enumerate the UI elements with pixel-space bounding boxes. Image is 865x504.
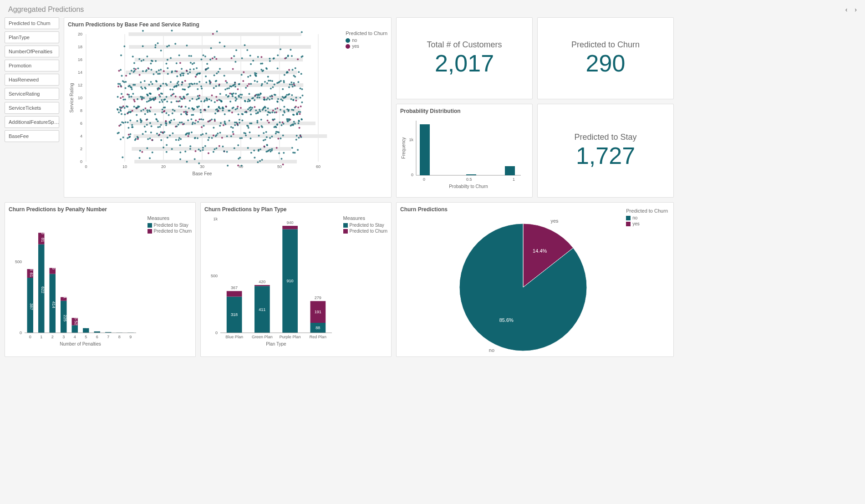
svg-point-281 [155, 118, 157, 120]
svg-point-307 [209, 119, 211, 121]
svg-point-185 [243, 132, 245, 134]
svg-rect-985 [83, 328, 89, 333]
svg-point-256 [288, 118, 290, 120]
svg-point-870 [215, 58, 217, 60]
svg-point-672 [238, 83, 240, 85]
svg-point-429 [298, 111, 300, 113]
filter-plantype[interactable]: PlanType [5, 31, 59, 43]
svg-text:4: 4 [80, 134, 82, 138]
svg-point-482 [122, 106, 124, 107]
svg-point-937 [171, 30, 173, 31]
svg-point-324 [265, 110, 267, 112]
svg-point-471 [144, 107, 146, 109]
penalty-chart-card[interactable]: Churn Predictions by Penalty Number Meas… [5, 202, 196, 357]
svg-point-268 [229, 120, 230, 122]
svg-point-719 [215, 85, 217, 87]
svg-point-308 [200, 118, 202, 120]
svg-point-789 [139, 74, 141, 76]
filter-promotion[interactable]: Promotion [5, 60, 59, 71]
svg-point-146 [151, 139, 153, 141]
svg-point-925 [246, 49, 248, 51]
svg-point-527 [267, 97, 269, 99]
filter-predicted-to-churn[interactable]: Predicted to Churn [5, 17, 59, 29]
svg-point-86 [276, 147, 278, 149]
svg-point-409 [272, 110, 274, 112]
svg-point-299 [267, 120, 269, 122]
svg-point-63 [152, 152, 153, 153]
svg-point-180 [180, 138, 182, 140]
svg-point-872 [249, 55, 251, 56]
kpi-predicted-churn[interactable]: Predicted to Churn 290 [537, 17, 674, 99]
svg-point-57 [202, 147, 204, 148]
svg-point-831 [171, 71, 173, 72]
nav-next-icon[interactable]: › [855, 6, 857, 13]
svg-point-177 [149, 137, 151, 139]
svg-text:0.5: 0.5 [466, 177, 472, 182]
svg-point-164 [239, 137, 241, 139]
svg-point-202 [256, 122, 258, 123]
svg-point-477 [140, 110, 142, 112]
svg-point-78 [213, 151, 214, 153]
svg-point-197 [147, 138, 149, 140]
svg-point-702 [209, 83, 211, 85]
filter-servicerating[interactable]: ServiceRating [5, 88, 59, 100]
svg-text:0: 0 [85, 164, 87, 169]
svg-point-649 [125, 81, 127, 83]
svg-point-44 [241, 165, 243, 167]
svg-point-410 [235, 108, 237, 110]
svg-point-62 [189, 148, 191, 150]
svg-point-432 [282, 114, 284, 116]
pie-chart-card[interactable]: Churn Predictions Predicted to Churn no … [396, 202, 674, 357]
svg-point-801 [146, 69, 148, 71]
svg-point-228 [146, 118, 148, 120]
svg-text:52: 52 [74, 321, 78, 325]
svg-point-323 [136, 120, 138, 122]
svg-point-189 [156, 133, 158, 135]
svg-text:Purple Plan: Purple Plan [280, 335, 301, 339]
svg-point-615 [229, 101, 231, 102]
square-icon [148, 223, 152, 228]
svg-point-350 [297, 107, 299, 108]
filter-hasrenewed[interactable]: HasRenewed [5, 74, 59, 86]
svg-text:Blue Plan: Blue Plan [225, 335, 243, 339]
svg-text:10: 10 [78, 96, 82, 100]
svg-point-174 [207, 139, 209, 141]
plantype-chart-svg: 05001k318367Blue Plan411420Green Plan910… [204, 214, 387, 351]
svg-point-516 [131, 96, 132, 97]
prob-dist-card[interactable]: Probability Distribution 0 0.5 1 1k 0 Pr… [396, 104, 533, 198]
svg-point-206 [151, 125, 153, 127]
svg-text:34: 34 [85, 324, 90, 328]
filter-additionalfeaturesp[interactable]: AdditionalFeatureSp… [5, 116, 59, 128]
kpi-total-customers[interactable]: Total # of Customers 2,017 [396, 17, 533, 99]
svg-point-424 [129, 112, 131, 113]
svg-point-41 [282, 163, 284, 165]
svg-text:18: 18 [78, 45, 82, 49]
filter-numberofpenalties[interactable]: NumberOfPenalties [5, 46, 59, 57]
svg-point-602 [183, 97, 185, 98]
svg-point-757 [188, 83, 190, 85]
svg-point-856 [198, 73, 200, 75]
kpi-predicted-stay[interactable]: Predicted to Stay 1,727 [537, 104, 674, 198]
svg-point-248 [232, 127, 234, 129]
svg-point-275 [149, 122, 151, 124]
svg-point-190 [162, 132, 163, 133]
scatter-chart-card[interactable]: Churn Predictions by Base Fee and Servic… [64, 17, 392, 198]
svg-point-620 [271, 95, 273, 97]
svg-point-94 [146, 147, 148, 149]
svg-point-898 [120, 55, 122, 56]
svg-rect-980 [72, 325, 78, 333]
svg-point-893 [269, 58, 270, 60]
svg-point-192 [265, 139, 266, 141]
svg-point-704 [140, 81, 142, 83]
svg-point-68 [141, 151, 143, 153]
svg-point-181 [282, 135, 284, 137]
svg-point-573 [197, 95, 199, 97]
plantype-chart-card[interactable]: Churn Predictions by Plan Type Measures … [200, 202, 392, 357]
svg-point-902 [179, 62, 181, 64]
filter-basefee[interactable]: BaseFee [5, 130, 59, 142]
svg-text:20: 20 [78, 32, 82, 36]
svg-point-818 [218, 71, 219, 73]
filter-servicetickets[interactable]: ServiceTickets [5, 102, 59, 114]
nav-prev-icon[interactable]: ‹ [845, 6, 848, 13]
svg-point-771 [290, 81, 292, 83]
